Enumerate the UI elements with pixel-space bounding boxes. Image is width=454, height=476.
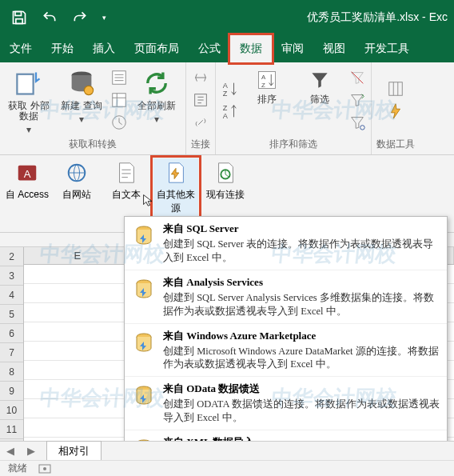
filter-button[interactable]: 筛选 xyxy=(296,66,344,108)
ribbon-tabs: 文件 开始 插入 页面布局 公式 数据 审阅 视图 开发工具 xyxy=(0,35,454,62)
data-source-icon xyxy=(131,330,157,356)
row-header[interactable]: 9 xyxy=(0,382,23,401)
svg-text:A: A xyxy=(223,82,229,90)
qat-more-icon[interactable]: ▾ xyxy=(102,14,106,22)
svg-rect-2 xyxy=(17,74,33,94)
refresh-all-label: 全部刷新 xyxy=(137,101,176,111)
existing-conn-label: 现有连接 xyxy=(206,188,245,202)
window-title: 优秀员工奖励清单.xlsx - Exc xyxy=(307,10,448,25)
from-table-icon[interactable] xyxy=(110,91,128,109)
title-bar: ▾ 优秀员工奖励清单.xlsx - Exc xyxy=(0,0,454,35)
from-access-label: 自 Access xyxy=(6,188,49,202)
sheet-nav-prev-icon[interactable]: ◀ xyxy=(0,445,21,457)
sort-desc-icon[interactable]: ZA xyxy=(221,102,238,120)
refresh-all-button[interactable]: 全部刷新 ▾ xyxy=(133,66,181,128)
caret-icon: ▾ xyxy=(154,114,159,125)
svg-text:Z: Z xyxy=(223,104,228,112)
sort-asc-icon[interactable]: AZ xyxy=(221,80,238,98)
sheet-tab[interactable]: 相对引 xyxy=(46,441,102,461)
save-icon[interactable] xyxy=(11,10,27,26)
other-sources-icon xyxy=(164,161,188,185)
flash-fill-icon[interactable] xyxy=(387,102,404,120)
svg-text:Z: Z xyxy=(223,90,228,98)
group-label: 获取和转换 xyxy=(69,138,117,151)
svg-rect-1 xyxy=(16,19,22,24)
redo-icon[interactable] xyxy=(72,10,88,26)
from-text-label: 自文本 xyxy=(112,188,141,202)
row-header[interactable]: 5 xyxy=(0,305,23,324)
text-to-columns-icon[interactable] xyxy=(387,80,404,98)
recent-sources-icon[interactable] xyxy=(110,114,128,131)
row-header[interactable]: 3 xyxy=(0,266,23,286)
sheet-tab-bar: ◀ ▶ 相对引 xyxy=(0,441,454,460)
menu-item-desc: 创建到 ODATA 数据馈送的连接。将数据作为表或数据透视表导入到 Excel … xyxy=(163,398,440,423)
tab-home[interactable]: 开始 xyxy=(42,35,83,62)
svg-text:A: A xyxy=(261,74,266,81)
menu-item-desc: 创建到 SQL Server Analysis Services 多维数据集的连… xyxy=(163,292,434,317)
tab-file[interactable]: 文件 xyxy=(0,35,42,62)
new-query-label: 新建 查询 xyxy=(61,101,102,111)
row-header[interactable]: 11 xyxy=(0,420,23,439)
svg-rect-17 xyxy=(389,82,403,96)
svg-point-16 xyxy=(360,126,365,130)
tab-view[interactable]: 视图 xyxy=(313,35,355,62)
existing-connections-button[interactable]: 现有连接 xyxy=(203,158,248,204)
tab-data[interactable]: 数据 xyxy=(230,35,272,62)
menu-item-from-odata[interactable]: 来自 OData 数据馈送创建到 ODATA 数据馈送的连接。将数据作为表或数据… xyxy=(125,376,447,430)
group-get-transform: 获取 外部数据 ▾ 新建 查询 ▾ 全部刷新 ▾ 获取和转换 xyxy=(0,62,186,154)
get-external-data-button[interactable]: 获取 外部数据 ▾ xyxy=(5,66,53,139)
new-query-button[interactable]: 新建 查询 ▾ xyxy=(58,66,106,128)
reapply-icon[interactable] xyxy=(348,91,366,109)
from-access-button[interactable]: A 自 Access xyxy=(5,158,50,204)
sort-icon: AZ xyxy=(256,69,278,91)
group-sort-filter: AZ ZA AZ 排序 筛选 排序和筛选 xyxy=(216,62,372,154)
caret-icon: ▾ xyxy=(79,114,84,125)
menu-item-from-analysis-services[interactable]: 来自 Analysis Services创建到 SQL Server Analy… xyxy=(125,270,447,323)
show-queries-icon[interactable] xyxy=(110,69,128,86)
connections-icon[interactable] xyxy=(192,69,209,86)
menu-item-from-azure-marketplace[interactable]: 来自 Windows Azure Marketplace创建到 Microsof… xyxy=(125,323,447,377)
row-header[interactable]: 10 xyxy=(0,401,23,420)
menu-item-from-sql-server[interactable]: 来自 SQL Server创建到 SQL Server 表的连接。将数据作为表或… xyxy=(125,217,447,270)
macro-recording-icon[interactable] xyxy=(38,464,51,474)
sort-button[interactable]: AZ 排序 xyxy=(243,66,291,108)
sort-label: 排序 xyxy=(257,94,277,105)
quick-access-toolbar: ▾ xyxy=(0,10,117,26)
sheet-nav-next-icon[interactable]: ▶ xyxy=(21,445,42,457)
status-text: 就绪 xyxy=(8,462,27,475)
undo-icon[interactable] xyxy=(42,10,58,26)
edit-links-icon[interactable] xyxy=(192,114,209,131)
menu-item-desc: 创建到 Microsoft Windows Azure DataMarket 源… xyxy=(163,346,439,370)
group-label: 排序和筛选 xyxy=(269,138,317,151)
row-header[interactable]: 7 xyxy=(0,343,23,362)
tab-insert[interactable]: 插入 xyxy=(83,35,125,62)
data-source-icon xyxy=(131,277,157,302)
tab-review[interactable]: 审阅 xyxy=(272,35,313,62)
data-source-icon xyxy=(131,223,157,249)
status-bar: 就绪 xyxy=(0,460,454,476)
group-label: 数据工具 xyxy=(376,138,415,151)
tab-developer[interactable]: 开发工具 xyxy=(355,35,419,62)
row-header[interactable]: 2 xyxy=(0,247,23,266)
group-label: 连接 xyxy=(191,138,210,151)
advanced-filter-icon[interactable] xyxy=(348,114,366,131)
svg-text:A: A xyxy=(223,112,229,120)
from-web-button[interactable]: 自网站 xyxy=(54,158,99,204)
column-header[interactable]: E xyxy=(24,247,132,264)
properties-icon[interactable] xyxy=(192,91,209,109)
svg-rect-6 xyxy=(113,94,126,107)
tab-formulas[interactable]: 公式 xyxy=(189,35,230,62)
svg-point-30 xyxy=(43,467,46,470)
row-header[interactable]: 4 xyxy=(0,286,23,305)
clear-filter-icon[interactable] xyxy=(348,69,366,86)
menu-item-title: 来自 Analysis Services xyxy=(163,275,440,290)
menu-item-title: 来自 OData 数据馈送 xyxy=(163,382,440,396)
caret-icon: ▾ xyxy=(26,125,31,135)
row-header[interactable]: 6 xyxy=(0,324,23,343)
get-external-data-label: 获取 外部数据 xyxy=(6,101,51,122)
row-header[interactable]: 8 xyxy=(0,362,23,382)
tab-layout[interactable]: 页面布局 xyxy=(125,35,189,62)
svg-text:A: A xyxy=(24,168,31,180)
existing-conn-icon xyxy=(213,161,237,185)
mouse-cursor-icon xyxy=(142,194,155,206)
